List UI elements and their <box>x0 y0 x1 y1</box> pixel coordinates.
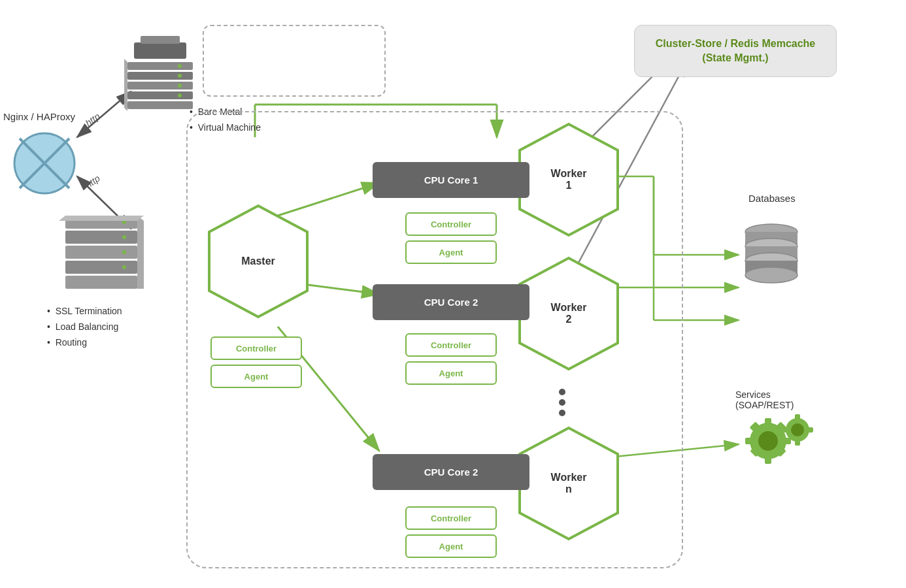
svg-rect-75 <box>807 427 813 433</box>
worker2-hexagon: Worker 2 <box>516 255 621 372</box>
svg-rect-28 <box>127 82 193 90</box>
nginx-label: Nginx / HAProxy <box>3 110 75 123</box>
worker1-hexagon: Worker 1 <box>516 121 621 238</box>
svg-marker-48 <box>59 216 144 221</box>
svg-point-45 <box>122 250 126 254</box>
diagram-container: Nginx / HAProxy http http • Bare Metal •… <box>0 0 906 588</box>
http-label-2: http <box>84 173 102 191</box>
databases-icon <box>739 216 804 297</box>
svg-marker-47 <box>137 216 144 289</box>
workern-controller-box: Controller <box>405 506 497 530</box>
cpu-core2-box: CPU Core 2 <box>373 284 529 320</box>
svg-rect-74 <box>782 427 788 433</box>
worker1-agent-box: Agent <box>405 240 497 264</box>
svg-rect-42 <box>65 276 137 289</box>
master-agent-box: Agent <box>210 365 302 388</box>
svg-line-4 <box>77 91 131 137</box>
svg-rect-64 <box>745 438 754 444</box>
worker2-controller-box: Controller <box>405 333 497 357</box>
svg-rect-73 <box>795 439 800 446</box>
svg-point-34 <box>178 93 182 97</box>
cpu-coren-box: CPU Core 2 <box>373 454 529 490</box>
cpu-core1-box: CPU Core 1 <box>373 162 529 198</box>
svg-point-31 <box>178 64 182 68</box>
server-icon-2 <box>59 216 144 297</box>
top-dashed-box <box>203 25 386 97</box>
svg-rect-27 <box>127 72 193 80</box>
svg-point-71 <box>791 423 804 436</box>
svg-point-33 <box>178 84 182 88</box>
workern-agent-box: Agent <box>405 534 497 558</box>
svg-rect-65 <box>782 438 791 444</box>
svg-rect-29 <box>127 91 193 99</box>
svg-rect-35 <box>134 42 186 59</box>
svg-rect-62 <box>765 418 771 427</box>
nginx-circle <box>12 131 77 196</box>
workern-hexagon: Worker n <box>516 425 621 542</box>
svg-rect-72 <box>795 414 800 421</box>
svg-rect-36 <box>141 36 180 44</box>
databases-label: Databases <box>748 193 796 204</box>
server2-bullets: • SSL Termination • Load Balancing • Rou… <box>47 304 122 350</box>
svg-point-32 <box>178 74 182 78</box>
server-icon-1 <box>124 36 196 114</box>
svg-rect-26 <box>127 62 193 70</box>
dots <box>559 389 565 416</box>
svg-point-61 <box>758 431 778 451</box>
svg-rect-40 <box>65 246 137 259</box>
master-controller-box: Controller <box>210 336 302 360</box>
worker2-agent-box: Agent <box>405 361 497 385</box>
svg-rect-39 <box>65 231 137 244</box>
cluster-store-box: Cluster-Store / Redis Memcache (State Mg… <box>634 25 837 77</box>
master-hexagon: Master <box>206 203 310 320</box>
svg-rect-41 <box>65 261 137 274</box>
svg-point-59 <box>745 267 797 283</box>
svg-point-46 <box>122 265 126 269</box>
http-label-1: http <box>84 111 102 129</box>
svg-point-44 <box>122 235 126 239</box>
services-label: Services(SOAP/REST) <box>735 389 794 410</box>
worker1-controller-box: Controller <box>405 212 497 236</box>
svg-rect-30 <box>127 101 193 109</box>
svg-marker-37 <box>124 59 127 111</box>
services-icon <box>732 405 817 473</box>
svg-rect-63 <box>765 455 771 464</box>
